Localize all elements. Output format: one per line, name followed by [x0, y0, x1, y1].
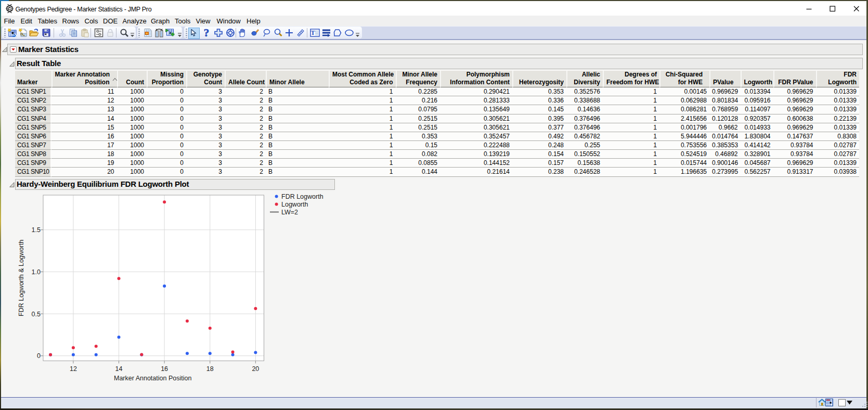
svg-text:T: T: [310, 29, 315, 36]
svg-text:18: 18: [206, 365, 214, 373]
svg-text:1.0: 1.0: [32, 268, 41, 276]
svg-text:FDR Logworth: FDR Logworth: [281, 193, 323, 200]
svg-text:16: 16: [161, 365, 168, 373]
svg-text:?: ?: [203, 28, 209, 37]
svg-text:20: 20: [252, 365, 259, 373]
svg-text:12: 12: [70, 365, 77, 373]
svg-text:LW=2: LW=2: [281, 209, 298, 216]
svg-text:Logworth: Logworth: [281, 201, 308, 208]
svg-text:0.5: 0.5: [32, 311, 41, 318]
svg-text:14: 14: [115, 365, 123, 373]
svg-text:FDR Logworth & Logworth: FDR Logworth & Logworth: [18, 240, 25, 316]
svg-text:0: 0: [37, 352, 41, 360]
svg-text:Marker Annotation Position: Marker Annotation Position: [114, 375, 191, 382]
svg-text:1.5: 1.5: [32, 226, 41, 234]
